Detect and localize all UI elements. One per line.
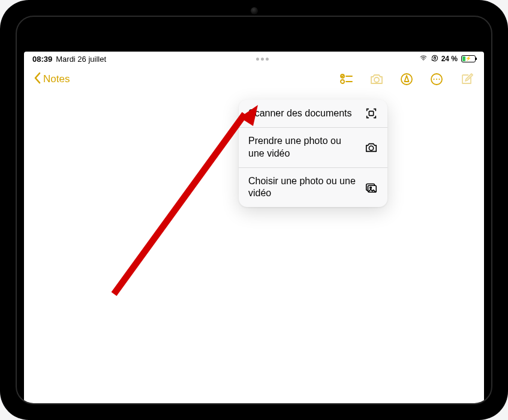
more-button[interactable] <box>429 71 444 87</box>
screen: 08:39 Mardi 26 juillet <box>24 52 484 403</box>
multitask-dots[interactable] <box>256 58 269 61</box>
nav-actions <box>339 71 474 87</box>
svg-rect-1 <box>434 57 435 59</box>
menu-item-choose-photo[interactable]: Choisir une photo ou une vidéo <box>239 167 387 208</box>
svg-line-18 <box>114 114 245 294</box>
device-frame: 08:39 Mardi 26 juillet <box>0 0 508 420</box>
status-time: 08:39 <box>32 55 52 64</box>
battery-text: 24 % <box>441 55 458 63</box>
device-camera <box>251 7 258 14</box>
menu-item-label: Choisir une photo ou une vidéo <box>248 175 357 200</box>
svg-point-4 <box>341 80 344 83</box>
svg-point-13 <box>369 146 373 150</box>
orientation-lock-icon <box>431 54 439 64</box>
status-date: Mardi 26 juillet <box>56 55 106 64</box>
device-bezel: 08:39 Mardi 26 juillet <box>16 16 492 404</box>
back-button[interactable]: Notes <box>34 72 70 87</box>
dot-icon <box>256 58 259 61</box>
menu-item-take-photo[interactable]: Prendre une photo ou une vidéo <box>239 127 387 167</box>
svg-point-11 <box>438 79 440 80</box>
svg-point-10 <box>436 79 437 80</box>
menu-item-scan-documents[interactable]: Scanner des documents <box>239 100 387 127</box>
back-label: Notes <box>43 73 70 85</box>
camera-popover: Scanner des documents Prendre une photo … <box>239 100 387 207</box>
dot-icon <box>266 58 269 61</box>
wifi-icon <box>419 55 428 64</box>
dot-icon <box>261 58 264 61</box>
chevron-left-icon <box>34 72 42 87</box>
markup-button[interactable] <box>399 71 414 87</box>
menu-item-label: Scanner des documents <box>248 107 357 120</box>
status-right: 24 % ⚡ <box>419 54 476 64</box>
gallery-icon <box>365 181 378 194</box>
scan-icon <box>365 107 378 120</box>
nav-bar: Notes <box>24 66 484 92</box>
checklist-button[interactable] <box>339 71 354 87</box>
menu-item-label: Prendre une photo ou une vidéo <box>248 135 357 160</box>
svg-point-0 <box>423 59 423 60</box>
status-left: 08:39 Mardi 26 juillet <box>32 55 106 64</box>
svg-point-9 <box>433 79 434 80</box>
battery-icon: ⚡ <box>461 55 476 62</box>
svg-rect-12 <box>369 111 373 115</box>
svg-point-6 <box>374 77 379 82</box>
status-bar: 08:39 Mardi 26 juillet <box>24 52 484 66</box>
camera-icon <box>365 141 378 154</box>
camera-button[interactable] <box>369 71 384 87</box>
bolt-icon: ⚡ <box>465 56 471 61</box>
compose-button[interactable] <box>459 71 474 87</box>
